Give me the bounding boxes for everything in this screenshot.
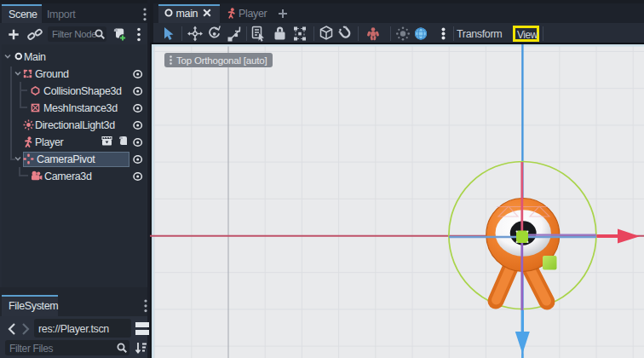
svg-text:Top Orthogonal [auto]: Top Orthogonal [auto] — [176, 55, 267, 66]
